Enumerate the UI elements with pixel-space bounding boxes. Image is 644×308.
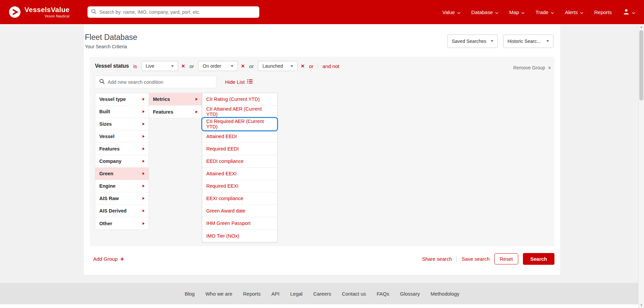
chevron-down-icon [551,9,554,15]
chevron-down-icon [495,9,498,15]
arrow-right-icon [143,209,145,212]
footer-link-methodology[interactable]: Methodology [431,291,460,297]
metric-item-required-eedi[interactable]: Required EEDI [202,143,277,155]
scrollbar-thumb[interactable] [639,30,643,101]
nav-item-label: Value [442,9,455,15]
menu-item-label: Green [99,171,113,176]
menu-item-features[interactable]: Features [95,143,149,155]
menu-item-label: Attained EEDI [206,134,237,139]
brand-logo-link[interactable]: VesselsValue Veson Nautical [9,6,69,18]
submenu-item-metrics[interactable]: Metrics [149,93,202,106]
metric-item-ihm-green-passport[interactable]: IHM Green Passport [202,217,277,230]
footer-link-who-we-are[interactable]: Who we are [205,291,232,297]
metric-item-cii-rating[interactable]: CII Rating (Current YTD) [202,93,277,106]
menu-item-ais-derived[interactable]: AIS Derived [95,205,149,217]
menu-item-label: Features [99,146,119,151]
footer-link-contact-us[interactable]: Contact us [342,291,366,297]
or-label: or [249,63,254,69]
historic-searches-dropdown[interactable]: Historic Searc... [503,35,553,48]
menu-item-label: Built [99,109,110,114]
nav-item-database[interactable]: Database [471,9,498,15]
dropdown-value: Saved Searches [452,39,486,44]
scrollbar[interactable]: ▲ ▼ [638,24,644,308]
footer-link-blog[interactable]: Blog [184,291,195,297]
up-arrow-icon: ▲ [640,25,643,28]
remove-value-button[interactable]: ✕ [181,64,185,68]
chevron-down-icon [491,40,493,42]
global-search-input[interactable] [99,9,256,15]
footer-link-glossary[interactable]: Glossary [400,291,420,297]
footer-link-careers[interactable]: Careers [313,291,331,297]
hide-list-toggle[interactable]: Hide List [225,79,253,85]
arrow-right-icon [143,160,145,163]
remove-group-button[interactable]: Remove Group ✕ [513,65,551,70]
remove-value-button[interactable]: ✕ [241,64,245,68]
nav-item-map[interactable]: Map [509,9,525,15]
nav-item-trade[interactable]: Trade [535,9,554,15]
condition-row: Hide List [95,76,549,88]
actions-row: Add Group + Share search Save search Res… [93,253,554,265]
hide-list-label: Hide List [225,79,245,85]
remove-value-button[interactable]: ✕ [301,64,305,68]
footer-link-reports[interactable]: Reports [243,291,261,297]
submenu-item-features[interactable]: Features [149,106,202,118]
menu-item-engine[interactable]: Engine [95,180,149,192]
menu-item-other[interactable]: Other [95,217,149,230]
save-search-link[interactable]: Save search [462,256,489,262]
nav-item-reports[interactable]: Reports [594,9,612,15]
add-condition-input[interactable] [108,79,212,85]
criteria-value-chip: On order ✕ [198,61,245,71]
metric-item-required-eexi[interactable]: Required EEXI [202,180,277,192]
add-group-button[interactable]: Add Group + [93,256,124,262]
metric-item-imo-tier-nox[interactable]: IMO Tier (NOx) [202,230,277,242]
menu-item-label: Required EEXI [206,183,238,189]
chevron-down-icon [231,65,233,67]
footer-link-faqs[interactable]: FAQs [377,291,389,297]
search-button[interactable]: Search [523,253,554,265]
scroll-up-button[interactable]: ▲ [639,24,644,30]
metric-item-green-award-date[interactable]: Green Award date [202,205,277,217]
menu-item-company[interactable]: Company [95,155,149,168]
nav-item-value[interactable]: Value [442,9,461,15]
menu-item-ais-raw[interactable]: AIS Raw [95,192,149,205]
metric-item-cii-required-aer[interactable]: CII Required AER (Current YTD) [202,118,277,130]
menu-item-label: IMO Tier (NOx) [206,233,239,239]
menu-item-label: Attained EEXI [206,171,236,176]
menu-item-label: Required EEDI [206,146,239,151]
menu-item-green[interactable]: Green [95,168,149,180]
select-value: On order [203,63,221,69]
share-search-link[interactable]: Share search [422,256,452,262]
menu-item-label: EEXI compliance [206,196,243,201]
menu-item-sizes[interactable]: Sizes [95,118,149,130]
scroll-down-button[interactable]: ▼ [639,302,644,308]
footer-link-legal[interactable]: Legal [290,291,303,297]
menu-item-built[interactable]: Built [95,106,149,118]
metric-item-eexi-compliance[interactable]: EEXI compliance [202,192,277,205]
vessel-status-select-2[interactable]: On order [198,61,238,71]
page-subtitle: Your Search Criteria [85,44,137,49]
reset-button[interactable]: Reset [494,253,518,264]
and-not-link[interactable]: and not [322,63,339,69]
condition-cascading-menu: Vessel type Built Sizes Vessel Features … [95,93,549,242]
vessel-status-select-1[interactable]: Live [141,61,178,71]
metric-item-eedi-compliance[interactable]: EEDI compliance [202,155,277,168]
menu-item-label: CII Required AER (Current YTD) [206,119,273,129]
metric-item-attained-eexi[interactable]: Attained EEXI [202,168,277,180]
select-value: Launched [262,63,283,69]
close-icon: ✕ [548,66,551,70]
nav-item-alerts[interactable]: Alerts [565,9,583,15]
footer-link-api[interactable]: API [271,291,279,297]
menu-item-vessel[interactable]: Vessel [95,130,149,143]
user-menu[interactable] [623,8,635,16]
global-search [88,6,259,18]
add-or-value-link[interactable]: or [309,63,313,69]
chevron-down-icon [171,65,174,67]
vessel-status-select-3[interactable]: Launched [258,61,298,71]
metric-item-attained-eedi[interactable]: Attained EEDI [202,130,277,143]
metric-item-cii-attained-aer[interactable]: CII Attained AER (Current YTD) [202,106,277,118]
menu-item-vessel-type[interactable]: Vessel type [95,93,149,106]
saved-searches-dropdown[interactable]: Saved Searches [447,35,498,48]
criteria-value-chip: Live ✕ [141,61,185,71]
chevron-down-icon [546,40,549,42]
menu-item-label: Company [99,159,121,164]
